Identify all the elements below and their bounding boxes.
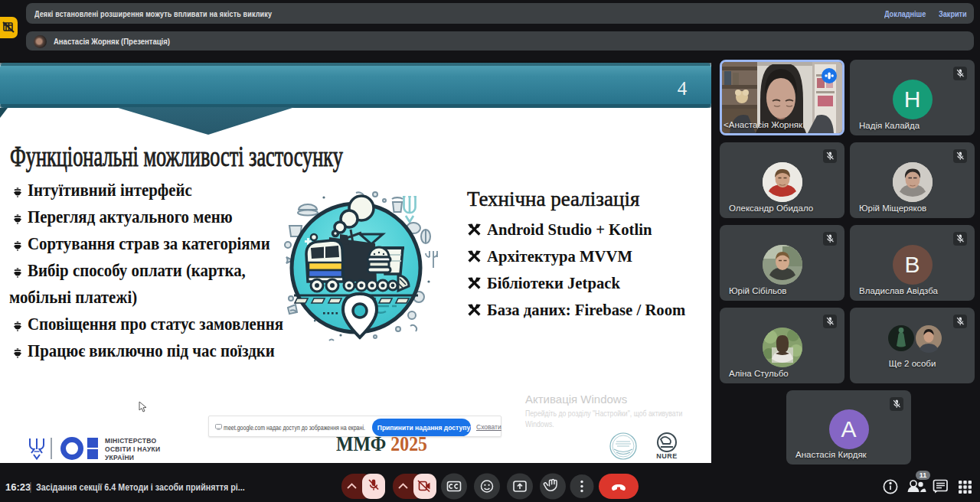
svg-text:4: 4 — [678, 78, 688, 99]
svg-text:NURE: NURE — [656, 452, 678, 460]
svg-text:11: 11 — [920, 471, 927, 479]
